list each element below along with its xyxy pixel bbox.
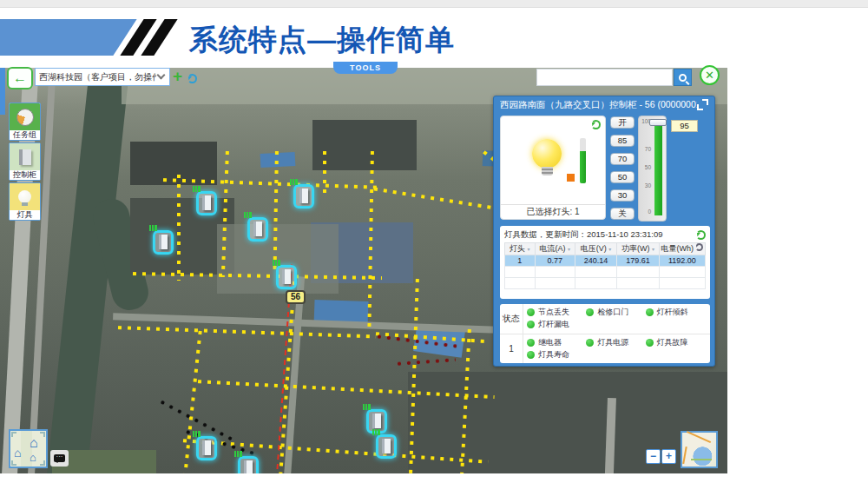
slider-handle[interactable] bbox=[649, 119, 667, 126]
feedback-button[interactable]: ··· bbox=[50, 450, 69, 467]
brightness-bar bbox=[580, 138, 586, 183]
window-top-strip bbox=[0, 0, 868, 8]
back-button[interactable]: ← bbox=[7, 67, 33, 89]
sidebar-item-task-group[interactable]: 任务组 bbox=[9, 103, 41, 141]
cabinet-marker[interactable] bbox=[276, 265, 297, 289]
home-icon: ⌂ bbox=[14, 447, 21, 459]
status-row-label: 1 bbox=[500, 334, 523, 364]
lamp-status-card: 状态 节点丢失 检修口门 灯杆倾斜 灯杆漏电 1 继电器 灯具电源 灯具故障 灯… bbox=[500, 304, 710, 363]
search-input[interactable] bbox=[536, 69, 673, 86]
bulb-icon bbox=[18, 190, 31, 203]
bulb-base bbox=[542, 167, 553, 175]
column-header: 电流(A) bbox=[539, 244, 565, 253]
refresh-icon[interactable] bbox=[696, 230, 706, 240]
sidebar-item-label: 控制柜 bbox=[10, 170, 40, 181]
status-row-label: 状态 bbox=[500, 304, 523, 334]
light-bulb-icon bbox=[532, 139, 562, 169]
refresh-button[interactable] bbox=[187, 71, 197, 87]
street-light-dots bbox=[322, 149, 327, 196]
tools-tab[interactable]: TOOLS bbox=[333, 62, 398, 74]
street-light-dots bbox=[176, 172, 181, 281]
page-title: 系统特点—操作简单 bbox=[189, 21, 455, 60]
close-icon: ✕ bbox=[705, 69, 714, 82]
sidebar-item-label: 任务组 bbox=[10, 130, 40, 141]
status-square-indicator bbox=[567, 174, 575, 182]
add-button[interactable]: + bbox=[173, 67, 182, 86]
dimming-slider[interactable]: 100 70 50 30 0 bbox=[638, 116, 667, 222]
cabinet-marker[interactable] bbox=[293, 184, 314, 208]
column-header: 电量(Wh) bbox=[661, 244, 694, 253]
project-selector-dropdown[interactable]: 西湖科技园（客户项目，勿操作） bbox=[35, 68, 170, 86]
overview-map-button[interactable]: ⌂ ⌂ ⌂ bbox=[9, 429, 48, 468]
slider-tick: 50 bbox=[639, 164, 651, 170]
cabinet-control-panel: 西园路南面（九路交叉口）控制柜 - 56 (000000010D0D) 已选择灯… bbox=[493, 96, 715, 367]
cabinet-marker[interactable] bbox=[238, 456, 259, 473]
sidebar-item-label: 灯具 bbox=[10, 210, 40, 221]
expand-icon[interactable] bbox=[697, 99, 708, 110]
chevron-down-icon bbox=[157, 71, 166, 80]
slider-tick: 30 bbox=[639, 182, 651, 189]
status-label: 灯杆漏电 bbox=[538, 319, 569, 330]
status-green-dot bbox=[586, 339, 594, 347]
cabinet-marker[interactable] bbox=[153, 230, 174, 255]
slider-track[interactable] bbox=[654, 122, 662, 215]
refresh-icon[interactable] bbox=[591, 120, 601, 129]
lamp-preview-card: 已选择灯头: 1 bbox=[500, 116, 606, 220]
dimming-value-field[interactable]: 95 bbox=[671, 120, 698, 132]
column-header: 灯头 bbox=[510, 244, 525, 253]
status-green-dot bbox=[527, 339, 535, 347]
lamp-data-card: 灯具数据，更新时间：2015-11-10 23:31:09 灯头 ▾ 电流(A)… bbox=[500, 226, 710, 299]
cabinet-icon bbox=[19, 149, 31, 165]
status-green-dot bbox=[527, 308, 535, 316]
status-green-dot bbox=[527, 321, 535, 328]
status-label: 继电器 bbox=[538, 337, 562, 348]
status-green-dot bbox=[646, 339, 654, 347]
fault-light-dots bbox=[395, 357, 456, 367]
sort-icon: ▾ bbox=[568, 247, 570, 252]
collapsed-panel-tab[interactable] bbox=[0, 68, 5, 115]
sidebar-item-control-cabinet[interactable]: 控制柜 bbox=[9, 142, 41, 181]
refresh-icon bbox=[187, 74, 197, 83]
cabinet-number-label[interactable]: 56 bbox=[286, 290, 306, 304]
chat-bubble-icon: ··· bbox=[54, 454, 65, 462]
status-green-dot bbox=[646, 308, 654, 316]
header-banner-shape bbox=[0, 19, 137, 56]
gauge-icon bbox=[16, 109, 34, 126]
cabinet-marker[interactable] bbox=[376, 434, 397, 459]
application-window: 系统特点—操作简单 bbox=[0, 0, 868, 503]
status-label: 灯具故障 bbox=[657, 337, 688, 348]
slider-tick: 0 bbox=[639, 208, 651, 215]
project-selector-value: 西湖科技园（客户项目，勿操作） bbox=[39, 71, 156, 83]
cabinet-marker[interactable] bbox=[196, 191, 217, 215]
close-button[interactable]: ✕ bbox=[700, 65, 720, 85]
status-label: 节点丢失 bbox=[538, 307, 569, 318]
status-green-dot bbox=[586, 308, 594, 316]
status-label: 灯具寿命 bbox=[538, 349, 569, 361]
table-row-selected[interactable]: 1 0.77 240.14 179.61 1192.00 bbox=[505, 255, 706, 267]
refresh-icon[interactable] bbox=[695, 243, 703, 251]
slide-header: 系统特点—操作简单 bbox=[0, 8, 868, 68]
status-label: 检修口门 bbox=[597, 307, 628, 318]
search-button[interactable] bbox=[674, 69, 692, 86]
power-on-button[interactable]: 开 bbox=[610, 116, 635, 129]
zoom-out-button[interactable]: − bbox=[646, 449, 661, 464]
selected-lamp-text: 已选择灯头: 1 bbox=[501, 204, 605, 219]
level-30-button[interactable]: 30 bbox=[610, 189, 635, 202]
level-85-button[interactable]: 85 bbox=[610, 135, 635, 147]
cabinet-marker[interactable] bbox=[247, 217, 268, 242]
slider-tick: 70 bbox=[639, 146, 651, 152]
lamp-data-table: 灯头 ▾ 电流(A) ▾ 电压(V) ▾ 功率(W) ▾ 电量(Wh) 1 0.… bbox=[504, 242, 706, 289]
cabinet-marker[interactable] bbox=[196, 436, 217, 460]
table-row-empty bbox=[505, 267, 706, 278]
status-label: 灯具电源 bbox=[597, 337, 628, 348]
status-row: 1 继电器 灯具电源 灯具故障 灯具寿命 bbox=[500, 334, 710, 364]
overview-minimap[interactable] bbox=[681, 431, 718, 468]
sidebar-item-lamps[interactable]: 灯具 bbox=[9, 182, 41, 221]
panel-header[interactable]: 西园路南面（九路交叉口）控制柜 - 56 (000000010D0D) bbox=[494, 96, 714, 113]
level-70-button[interactable]: 70 bbox=[610, 153, 635, 165]
level-50-button[interactable]: 50 bbox=[610, 171, 635, 183]
back-arrow-icon: ← bbox=[13, 70, 27, 85]
power-off-button[interactable]: 关 bbox=[610, 208, 635, 220]
home-icon: ⌂ bbox=[30, 452, 36, 463]
zoom-in-button[interactable]: + bbox=[661, 449, 676, 464]
